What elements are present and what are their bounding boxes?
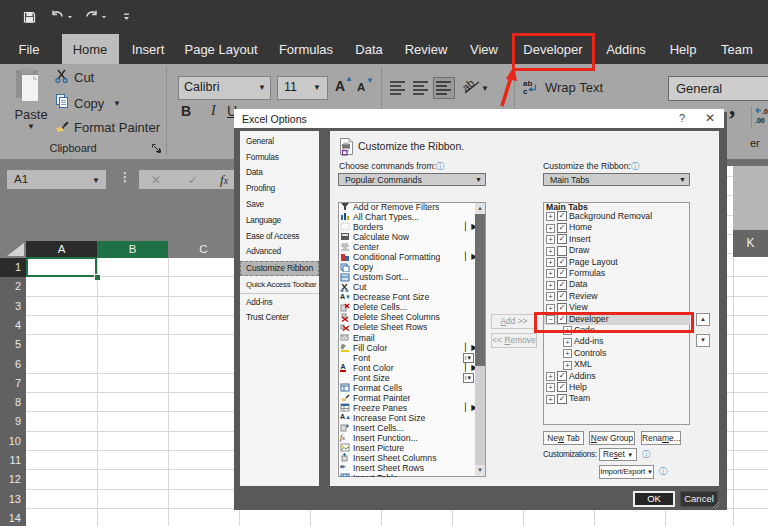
svg-text:.0: .0	[762, 108, 768, 115]
svg-text:.00: .00	[755, 117, 765, 124]
